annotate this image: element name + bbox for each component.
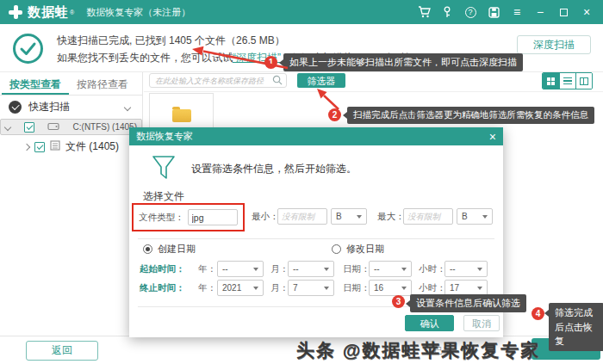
start-hour-select[interactable]: -- bbox=[444, 261, 488, 277]
column-view-icon[interactable] bbox=[575, 73, 592, 89]
annotation-3-badge: 3 bbox=[392, 295, 405, 308]
hour-label: 小时： bbox=[419, 263, 446, 275]
start-month-value: -- bbox=[293, 264, 299, 274]
titlebar: 数据蛙 ® 数据恢复专家（未注册） ? ≡ − × bbox=[0, 0, 603, 24]
caret-down-icon bbox=[357, 215, 362, 219]
start-month-select[interactable]: -- bbox=[288, 261, 334, 277]
file-type-highlight-box: 文件类型： bbox=[132, 203, 245, 231]
chevron-down-icon[interactable] bbox=[124, 103, 131, 110]
radio-create-date[interactable]: 创建日期 bbox=[143, 243, 196, 256]
menu-icon[interactable]: ≡ bbox=[509, 4, 525, 20]
min-size-unit-select[interactable]: B bbox=[331, 208, 367, 225]
logo-text: 数据蛙 bbox=[28, 4, 69, 21]
month-label: 月： bbox=[270, 282, 289, 294]
start-date-select[interactable]: -- bbox=[369, 261, 412, 277]
date-label: 日期： bbox=[343, 282, 370, 294]
annotation-2-badge: 2 bbox=[328, 108, 341, 121]
quick-scan-check-icon bbox=[9, 101, 22, 114]
select-file-section-title: 选择文件 bbox=[143, 189, 184, 204]
radio-selected-icon bbox=[143, 244, 152, 254]
caret-down-icon bbox=[253, 268, 258, 271]
deep-scan-button[interactable]: 深度扫描 bbox=[517, 35, 591, 54]
radio-unselected-icon bbox=[332, 244, 341, 254]
radio-modify-date[interactable]: 修改日期 bbox=[332, 243, 384, 256]
chevron-right-icon[interactable] bbox=[23, 143, 30, 150]
search-box bbox=[149, 73, 287, 88]
tree-row-drive-c[interactable]: C:(NTFS) (1405) bbox=[0, 119, 142, 135]
end-date-select[interactable]: 16 bbox=[369, 280, 412, 296]
maximize-icon[interactable] bbox=[556, 4, 571, 20]
caret-down-icon bbox=[401, 287, 407, 290]
help-icon[interactable]: ? bbox=[463, 4, 478, 20]
radio-create-label: 创建日期 bbox=[158, 243, 196, 256]
max-size-unit-select[interactable]: B bbox=[457, 208, 493, 225]
hour-label: 小时： bbox=[419, 282, 446, 294]
max-size-input[interactable] bbox=[403, 208, 453, 225]
back-button[interactable]: 返回 bbox=[26, 341, 98, 361]
funnel-icon bbox=[152, 155, 176, 184]
registered-mark: ® bbox=[70, 9, 74, 15]
annotation-4-badge: 4 bbox=[532, 307, 544, 320]
app-logo: 数据蛙 ® bbox=[9, 4, 74, 21]
radio-modify-label: 修改日期 bbox=[346, 243, 384, 256]
max-unit-value: B bbox=[462, 212, 468, 221]
search-icon[interactable] bbox=[272, 73, 283, 89]
annotation-2-tooltip: 扫描完成后点击筛选器更为精确地筛选所需恢复的条件信息 bbox=[347, 107, 594, 124]
dialog-divider bbox=[138, 238, 494, 239]
year-label: 年： bbox=[198, 263, 216, 275]
folder-icon bbox=[172, 109, 191, 122]
minimize-icon[interactable]: − bbox=[532, 4, 548, 20]
quick-scan-row[interactable]: 快速扫描 bbox=[0, 96, 142, 119]
caret-down-icon bbox=[401, 268, 407, 271]
year-label: 年： bbox=[198, 282, 216, 294]
end-month-select[interactable]: 7 bbox=[288, 280, 334, 296]
end-year-value: 2021 bbox=[222, 283, 241, 293]
dialog-title: 数据恢复专家 bbox=[136, 130, 489, 143]
end-month-value: 7 bbox=[293, 283, 298, 293]
cancel-button[interactable]: 取消 bbox=[463, 315, 500, 331]
drive-checkbox[interactable] bbox=[24, 122, 34, 133]
view-toggle-group bbox=[542, 72, 593, 89]
cart-icon[interactable] bbox=[416, 4, 432, 20]
min-size-label: 最小： bbox=[252, 211, 279, 223]
caret-down-icon bbox=[253, 287, 258, 290]
caret-down-icon bbox=[324, 268, 329, 271]
caret-down-icon bbox=[477, 287, 482, 290]
tab-view-by-type[interactable]: 按类型查看 bbox=[2, 72, 69, 95]
confirm-button[interactable]: 确认 bbox=[405, 315, 454, 331]
annotation-1-badge: 1 bbox=[264, 56, 277, 69]
min-size-input[interactable] bbox=[277, 208, 327, 225]
dialog-titlebar: 数据恢复专家 × bbox=[129, 127, 503, 145]
grid-view-icon[interactable] bbox=[543, 73, 559, 89]
annotation-4-tooltip: 筛选完成后点击恢复 bbox=[549, 303, 603, 351]
end-year-select[interactable]: 2021 bbox=[217, 280, 264, 296]
max-size-label: 最大： bbox=[377, 211, 405, 223]
footer-bar: 返回 已选 头条 @数据蛙苹果恢复专家 bbox=[0, 336, 603, 364]
start-year-value: -- bbox=[222, 264, 228, 274]
start-time-label: 起始时间： bbox=[140, 263, 185, 275]
chevron-down-icon[interactable] bbox=[4, 123, 11, 130]
start-year-select[interactable]: -- bbox=[217, 261, 264, 277]
data-recovery-app-window: 数据蛙 ® 数据恢复专家（未注册） ? ≡ − × 快速 bbox=[0, 0, 603, 364]
tab-view-by-path[interactable]: 按路径查看 bbox=[69, 72, 136, 95]
sidebar-tabs: 按类型查看 按路径查看 bbox=[0, 72, 142, 96]
caret-down-icon bbox=[324, 287, 329, 290]
search-input[interactable] bbox=[150, 77, 272, 85]
end-hour-value: 17 bbox=[450, 283, 459, 293]
start-hour-value: -- bbox=[450, 264, 456, 274]
files-checkbox[interactable] bbox=[34, 142, 45, 152]
app-title: 数据恢复专家（未注册） bbox=[86, 6, 190, 19]
caret-down-icon bbox=[482, 215, 488, 219]
dialog-close-icon[interactable]: × bbox=[489, 131, 496, 143]
key-icon[interactable] bbox=[439, 4, 455, 20]
end-time-label: 终止时间： bbox=[140, 282, 185, 294]
end-date-value: 16 bbox=[374, 283, 383, 293]
close-icon[interactable]: × bbox=[579, 4, 594, 20]
list-view-icon[interactable] bbox=[559, 73, 575, 89]
tree-row-files[interactable]: 文件 (1405) bbox=[0, 135, 142, 158]
file-type-input[interactable] bbox=[188, 209, 238, 225]
filter-button[interactable]: 筛选器 bbox=[297, 73, 345, 88]
dialog-subtitle: 设置筛选条件信息，然后开始筛选。 bbox=[191, 162, 357, 176]
save-disk-icon[interactable] bbox=[486, 4, 501, 20]
help-glyph: ? bbox=[465, 7, 476, 18]
